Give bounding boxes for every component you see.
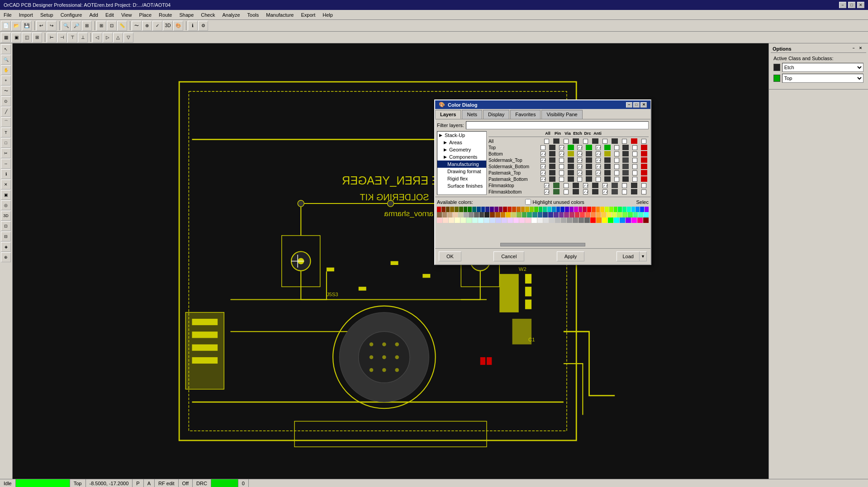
color-cell[interactable] xyxy=(437,207,441,212)
cb-smb-via[interactable]: ✓ xyxy=(577,164,582,169)
color-top-all[interactable] xyxy=(549,145,555,150)
color-cell[interactable] xyxy=(631,217,637,223)
color-smt2[interactable] xyxy=(568,157,574,163)
cb-all-pin[interactable] xyxy=(564,139,569,144)
color-cell[interactable] xyxy=(472,207,476,212)
color-fmt5[interactable] xyxy=(631,183,637,188)
menu-setup[interactable]: Setup xyxy=(37,11,57,19)
color-cell[interactable] xyxy=(458,212,463,217)
color-fmt4[interactable] xyxy=(612,183,618,188)
cb-smt-anti[interactable] xyxy=(632,158,637,163)
menu-configure[interactable]: Configure xyxy=(57,11,86,19)
lt-del[interactable]: ✕ xyxy=(1,180,11,189)
cancel-button[interactable]: Cancel xyxy=(493,251,524,261)
color-smb4[interactable] xyxy=(604,164,611,169)
color-cell[interactable] xyxy=(587,207,591,212)
color-cell[interactable] xyxy=(490,217,495,223)
drc-btn[interactable]: ✓ xyxy=(152,21,162,31)
cb-fmt-anti[interactable] xyxy=(641,183,646,188)
menu-route[interactable]: Route xyxy=(155,11,175,19)
options-minimize[interactable]: − xyxy=(853,46,858,52)
lt-pan[interactable]: ✋ xyxy=(1,65,11,75)
color-cell[interactable] xyxy=(455,207,459,212)
maximize-button[interactable]: □ xyxy=(848,2,855,8)
color-smb2[interactable] xyxy=(568,164,574,169)
color-bot-anti[interactable] xyxy=(641,151,647,156)
color-cell[interactable] xyxy=(579,217,584,223)
tb2-9[interactable]: ◁ xyxy=(92,33,102,43)
save-btn[interactable]: 💾 xyxy=(22,21,32,31)
color-smb6[interactable] xyxy=(641,164,647,169)
color-cell[interactable] xyxy=(645,207,649,212)
cb-top-anti[interactable] xyxy=(632,145,637,150)
tb2-11[interactable]: △ xyxy=(113,33,123,43)
color-cell[interactable] xyxy=(627,207,631,212)
color-btn[interactable]: 🎨 xyxy=(173,21,183,31)
color-cell[interactable] xyxy=(561,217,566,223)
color-all4[interactable] xyxy=(612,138,618,144)
status-a-btn[interactable]: A xyxy=(144,479,155,487)
open-btn[interactable]: 📂 xyxy=(11,21,21,31)
tree-geometry[interactable]: ▶ Geometry xyxy=(437,146,486,153)
color-bot-drc[interactable] xyxy=(622,151,629,156)
cb-smb-etch[interactable]: ✓ xyxy=(596,164,601,169)
color-pmb6[interactable] xyxy=(641,176,647,182)
color-cell[interactable] xyxy=(453,212,458,217)
cb-smb-anti[interactable] xyxy=(632,164,637,169)
minimize-button[interactable]: − xyxy=(839,2,846,8)
cb-pmb-anti[interactable] xyxy=(632,177,637,182)
color-cell[interactable] xyxy=(614,207,618,212)
color-cell[interactable] xyxy=(600,207,604,212)
color-cell[interactable] xyxy=(543,217,549,223)
highlight-checkbox[interactable] xyxy=(525,199,531,205)
color-cell[interactable] xyxy=(477,207,481,212)
color-cell[interactable] xyxy=(617,212,622,217)
settings-btn[interactable]: ⚙ xyxy=(198,21,208,31)
color-cell[interactable] xyxy=(596,212,601,217)
color-all[interactable] xyxy=(553,138,560,144)
color-cell[interactable] xyxy=(519,217,525,223)
color-pmt[interactable] xyxy=(549,170,555,175)
status-p-btn[interactable]: P xyxy=(133,479,143,487)
cb-fmt-all[interactable]: ✓ xyxy=(544,183,549,188)
lt-pad[interactable]: ⊙ xyxy=(1,96,11,106)
lt-add[interactable]: + xyxy=(1,76,11,85)
lt-zoom[interactable]: 🔍 xyxy=(1,55,11,65)
color-cell[interactable] xyxy=(614,217,619,223)
color-cell[interactable] xyxy=(596,217,602,223)
color-cell[interactable] xyxy=(590,217,596,223)
color-cell[interactable] xyxy=(490,212,495,217)
color-cell[interactable] xyxy=(521,207,525,212)
ok-button[interactable]: OK xyxy=(439,251,461,261)
subclass-select[interactable]: Top Bottom Inner1 xyxy=(782,74,863,83)
color-cell[interactable] xyxy=(547,207,551,212)
color-cell[interactable] xyxy=(543,207,547,212)
color-cell[interactable] xyxy=(522,212,527,217)
cb-fmb-anti[interactable] xyxy=(641,189,646,194)
color-cell[interactable] xyxy=(501,212,506,217)
color-cell[interactable] xyxy=(601,212,606,217)
class-select[interactable]: Etch Pin Via xyxy=(782,63,863,72)
cb-pmb-etch[interactable] xyxy=(596,177,601,182)
add-via-btn[interactable]: ⊕ xyxy=(142,21,152,31)
menu-manufacture[interactable]: Manufacture xyxy=(262,11,297,19)
color-smb3[interactable] xyxy=(586,164,592,169)
color-cell[interactable] xyxy=(628,212,633,217)
tree-manufacturing[interactable]: Manufacturing xyxy=(437,161,486,168)
color-cell[interactable] xyxy=(580,212,585,217)
color-cell[interactable] xyxy=(464,207,468,212)
zoom-out-btn[interactable]: 🔎 xyxy=(71,21,81,31)
color-cell[interactable] xyxy=(560,207,564,212)
color-pmt3[interactable] xyxy=(586,170,592,175)
cb-all-drc[interactable] xyxy=(622,139,627,144)
lt-extra3[interactable]: ◈ xyxy=(1,242,11,252)
color-cell[interactable] xyxy=(512,207,516,212)
lt-extra1[interactable]: ⊡ xyxy=(1,221,11,231)
cb-fmt-drc[interactable] xyxy=(622,183,627,188)
tb2-12[interactable]: ▽ xyxy=(123,33,133,43)
color-cell[interactable] xyxy=(592,207,596,212)
3d-btn[interactable]: 3D xyxy=(163,21,173,31)
color-cell[interactable] xyxy=(638,212,643,217)
color-cell[interactable] xyxy=(464,212,469,217)
color-cell[interactable] xyxy=(539,207,543,212)
